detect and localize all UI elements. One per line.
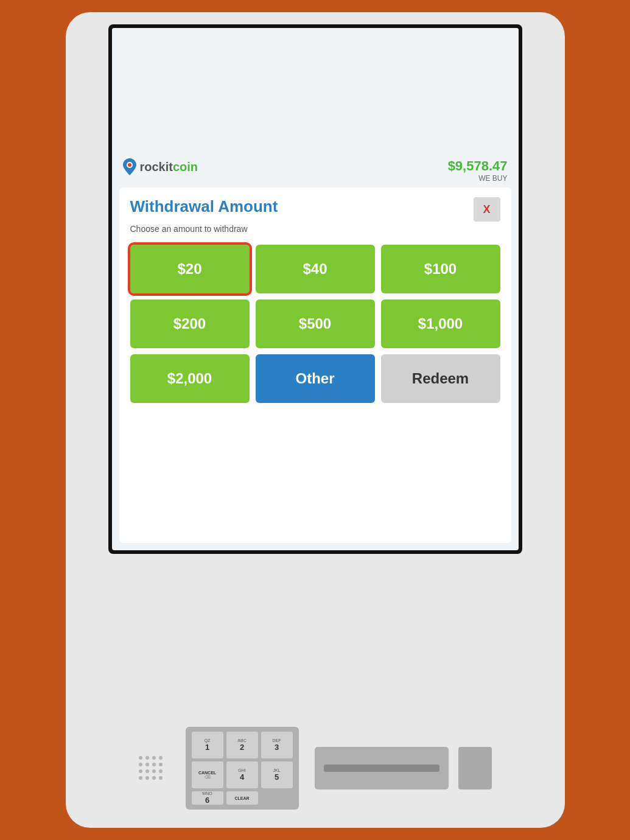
amount-button-2000[interactable]: $2,000 xyxy=(130,354,250,403)
keypad: QZ 1 ABC 2 DEF 3 CANCEL ⌫ xyxy=(186,727,299,810)
key-2[interactable]: ABC 2 xyxy=(226,732,258,758)
modal-header: Withdrawal Amount X xyxy=(130,197,500,222)
withdrawal-modal: Withdrawal Amount X Choose an amount to … xyxy=(119,187,511,543)
key-3[interactable]: DEF 3 xyxy=(261,732,293,758)
other-button[interactable]: Other xyxy=(256,354,375,403)
amount-button-1000[interactable]: $1,000 xyxy=(381,299,500,348)
logo-icon xyxy=(123,158,136,175)
key-4[interactable]: GHI 4 xyxy=(226,761,258,788)
screen-header: rockitcoin $9,578.47 WE BUY xyxy=(112,150,519,187)
card-slot xyxy=(315,747,449,789)
key-6[interactable]: MNO 6 xyxy=(192,791,223,805)
svg-point-1 xyxy=(128,163,131,167)
screen-bezel: rockitcoin $9,578.47 WE BUY Withdrawal A… xyxy=(108,24,522,554)
amount-button-20[interactable]: $20 xyxy=(130,245,250,293)
screen-top-area xyxy=(112,28,519,150)
key-clear[interactable]: CLEAR xyxy=(226,791,258,805)
price-area: $9,578.47 WE BUY xyxy=(448,158,508,183)
close-button[interactable]: X xyxy=(474,197,500,222)
kiosk-bottom: QZ 1 ABC 2 DEF 3 CANCEL ⌫ xyxy=(84,554,547,816)
key-5[interactable]: JKL 5 xyxy=(261,761,293,788)
screen: rockitcoin $9,578.47 WE BUY Withdrawal A… xyxy=(112,28,519,550)
kiosk-body: rockitcoin $9,578.47 WE BUY Withdrawal A… xyxy=(66,12,565,828)
amount-button-100[interactable]: $100 xyxy=(381,245,500,293)
amount-button-500[interactable]: $500 xyxy=(256,299,375,348)
key-1[interactable]: QZ 1 xyxy=(192,732,223,758)
logo-text: rockitcoin xyxy=(140,160,198,174)
amount-button-40[interactable]: $40 xyxy=(256,245,375,293)
modal-subtitle: Choose an amount to withdraw xyxy=(130,224,500,234)
amount-button-200[interactable]: $200 xyxy=(130,299,250,348)
logo: rockitcoin xyxy=(123,158,198,175)
card-slot-aperture xyxy=(324,765,439,772)
speaker-grille xyxy=(139,756,164,781)
side-slot xyxy=(458,747,492,789)
key-cancel[interactable]: CANCEL ⌫ xyxy=(192,761,223,788)
btc-price: $9,578.47 xyxy=(448,158,508,174)
modal-title: Withdrawal Amount xyxy=(130,197,278,216)
amount-grid: $20 $40 $100 $200 $500 $1,000 $2,000 Oth… xyxy=(130,245,500,403)
redeem-button[interactable]: Redeem xyxy=(381,354,500,403)
we-buy-label: WE BUY xyxy=(448,174,508,183)
